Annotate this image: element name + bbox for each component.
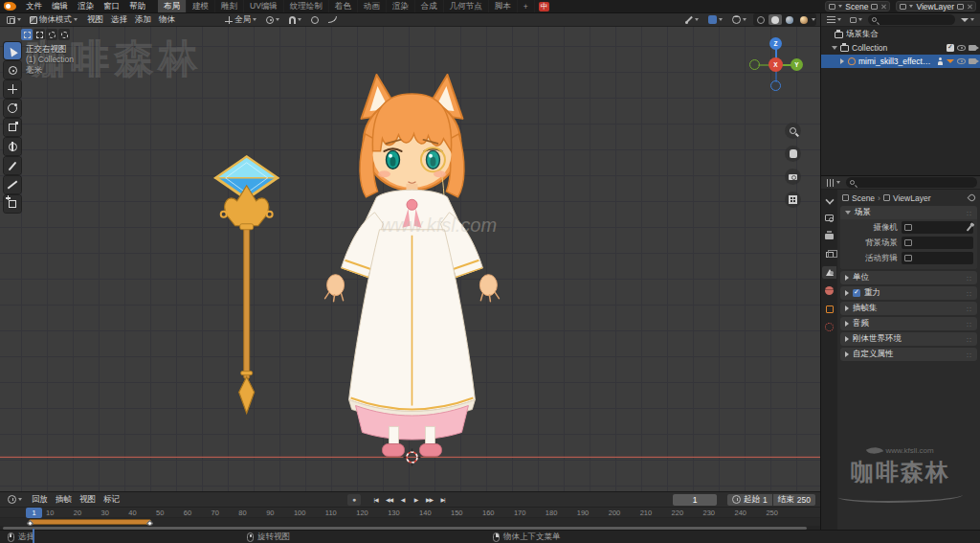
shading-solid-button[interactable] — [768, 14, 782, 25]
collapsed-panel[interactable]: 重力 :: — [840, 286, 977, 300]
checkbox-icon[interactable] — [853, 289, 860, 297]
filter-button[interactable] — [958, 14, 977, 26]
mode-dropdown[interactable]: 物体模式 — [27, 14, 80, 26]
collapsed-panel[interactable]: 音频 :: — [840, 317, 977, 330]
show-gizmo-dropdown[interactable] — [681, 14, 702, 26]
eye-icon[interactable] — [957, 58, 966, 64]
tool-add-cube[interactable] — [4, 195, 21, 213]
new-scene-icon[interactable] — [871, 4, 878, 10]
camera-view-button[interactable] — [785, 169, 801, 185]
timeline-track[interactable] — [0, 518, 820, 526]
shading-rendered-button[interactable] — [797, 14, 811, 25]
properties-search[interactable] — [846, 177, 977, 188]
workspace-tab[interactable]: UV编辑 — [244, 0, 284, 12]
workspace-tab[interactable]: 动画 — [358, 0, 387, 12]
tool-cursor[interactable] — [4, 61, 21, 79]
viewport-menu-item[interactable]: 物体 — [155, 13, 179, 26]
editor-type-button[interactable] — [4, 14, 24, 26]
gizmo-z-axis[interactable]: Z — [769, 37, 782, 50]
outliner-search[interactable] — [868, 14, 955, 25]
end-frame-field[interactable]: 结束 250 — [773, 494, 815, 506]
workspace-tab[interactable]: 纹理绘制 — [284, 0, 329, 12]
gizmo-neg-y-axis[interactable] — [749, 59, 760, 70]
search-input[interactable] — [879, 15, 951, 25]
gizmo-x-axis[interactable]: X — [768, 57, 783, 72]
playback-button[interactable]: ▶▶ — [423, 494, 435, 506]
ortho-toggle-button[interactable] — [785, 192, 801, 208]
proportional-editing-toggle[interactable] — [308, 14, 322, 26]
scene-panel-header[interactable]: 场景 :: — [840, 206, 977, 219]
playback-button[interactable]: ◀ — [396, 494, 409, 506]
scrollbar-thumb[interactable] — [3, 527, 807, 530]
workspace-tab[interactable]: 合成 — [415, 0, 444, 12]
workspace-tab[interactable]: 渲染 — [387, 0, 415, 12]
gizmo-y-axis[interactable]: Y — [791, 58, 803, 71]
proportional-falloff-dropdown[interactable] — [325, 14, 340, 26]
tab-object[interactable] — [822, 303, 836, 315]
timeline-menu-item[interactable]: 标记 — [100, 492, 123, 507]
panel-options-icon[interactable]: :: — [967, 290, 972, 297]
start-frame-field[interactable]: 起始 1 — [727, 494, 772, 506]
app-menu-item[interactable]: 渲染 — [73, 0, 99, 12]
tab-output[interactable] — [822, 230, 836, 242]
pin-icon[interactable] — [968, 193, 977, 203]
camera-toggle-icon[interactable] — [969, 58, 976, 64]
tab-scene[interactable] — [822, 266, 836, 279]
tool-annotate[interactable] — [4, 157, 21, 174]
tool-transform[interactable] — [4, 138, 21, 155]
workspace-tab[interactable]: 建模 — [187, 0, 215, 12]
unlink-scene-icon[interactable] — [880, 4, 886, 10]
panel-options-icon[interactable]: :: — [967, 275, 972, 282]
current-frame-field[interactable] — [673, 494, 717, 506]
playback-button[interactable]: |◀ — [369, 494, 382, 506]
character-object[interactable] — [325, 75, 500, 457]
collapsed-panel[interactable]: 插帧集 :: — [840, 302, 977, 315]
auto-keying-button[interactable]: ● — [347, 494, 361, 506]
playback-button[interactable]: ▶| — [436, 494, 449, 506]
app-menu-item[interactable]: 文件 — [21, 0, 47, 12]
tool-select[interactable] — [4, 42, 21, 59]
workspace-tab[interactable]: 脚本 — [489, 0, 518, 12]
tab-physics[interactable] — [822, 321, 836, 333]
pan-button[interactable] — [785, 146, 801, 162]
3d-viewport[interactable]: 咖啡森林 — [0, 27, 820, 491]
blender-logo-icon[interactable] — [4, 2, 16, 11]
workspace-tab[interactable]: + — [518, 0, 535, 12]
panel-options-icon[interactable]: :: — [967, 321, 972, 328]
app-menu-item[interactable]: 帮助 — [124, 0, 150, 12]
keyframe-range-bar[interactable] — [29, 519, 151, 525]
tool-scale[interactable] — [4, 119, 21, 136]
display-mode-dropdown[interactable] — [847, 14, 865, 26]
playhead-label[interactable]: 1 — [26, 508, 42, 518]
viewport-menu-item[interactable]: 选择 — [107, 13, 131, 26]
tab-view-layer[interactable] — [822, 248, 836, 260]
timeline-menu-item[interactable]: 插帧 — [52, 492, 76, 507]
tool-rotate[interactable] — [4, 100, 21, 117]
new-view-layer-icon[interactable] — [957, 4, 964, 10]
timeline-scrollbar[interactable] — [0, 526, 820, 530]
navigation-gizmo[interactable]: Z Y X — [749, 38, 805, 94]
timeline-editor-type-button[interactable] — [5, 494, 25, 506]
timeline-menu-item[interactable]: 视图 — [76, 492, 100, 507]
workspace-tab[interactable]: 布局 — [158, 0, 187, 12]
panel-options-icon[interactable]: :: — [967, 351, 972, 358]
staff-object[interactable] — [216, 157, 278, 414]
panel-options-icon[interactable]: :: — [967, 305, 972, 312]
panel-options-icon[interactable]: :: — [967, 336, 972, 343]
pivot-point-dropdown[interactable] — [263, 14, 282, 26]
shading-wireframe-button[interactable] — [754, 14, 768, 25]
shading-material-button[interactable] — [783, 14, 796, 25]
camera-toggle-icon[interactable] — [969, 45, 976, 51]
workspace-tab[interactable]: 雕刻 — [215, 0, 244, 12]
checkbox-icon[interactable] — [947, 44, 954, 52]
tab-world[interactable] — [822, 284, 836, 297]
playback-button[interactable]: ◀◀ — [383, 494, 395, 506]
property-field[interactable] — [902, 221, 973, 234]
gizmo-neg-z-axis[interactable] — [770, 80, 781, 91]
tab-tool[interactable] — [822, 193, 836, 206]
viewport-menu-item[interactable]: 添加 — [131, 13, 155, 26]
zoom-button[interactable] — [785, 123, 801, 139]
workspace-tab[interactable]: 着色 — [329, 0, 358, 12]
collapsed-panel[interactable]: 刚体世界环境 :: — [840, 332, 977, 346]
property-field[interactable] — [902, 237, 973, 249]
